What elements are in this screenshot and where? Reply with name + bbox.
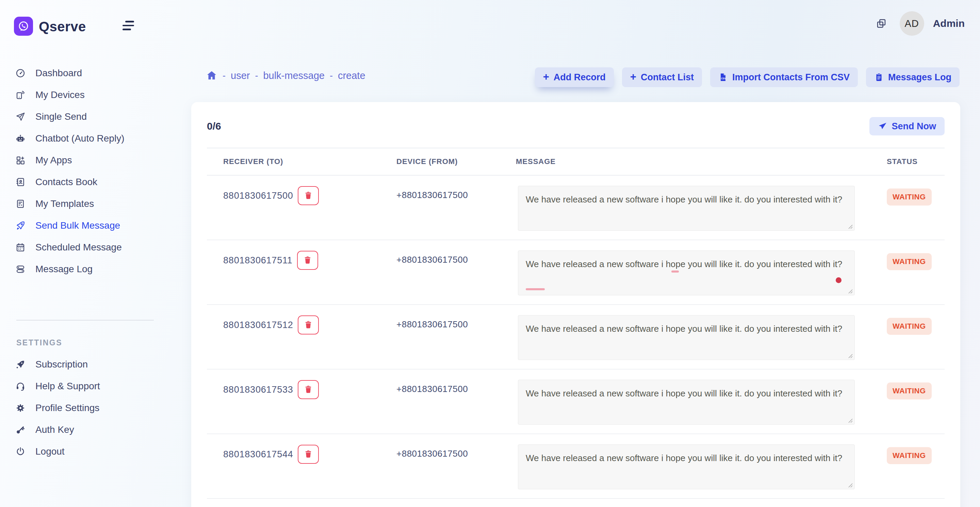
app-logo[interactable] xyxy=(14,17,33,36)
sidebar-item-send-bulk-message[interactable]: Send Bulk Message xyxy=(0,215,191,237)
status-cell: WAITING xyxy=(887,380,945,399)
button-label: Messages Log xyxy=(888,72,951,83)
sidebar-item-profile-settings[interactable]: Profile Settings xyxy=(0,397,191,419)
textarea-resize-handle[interactable] xyxy=(848,354,853,358)
window-toggle-button[interactable] xyxy=(876,18,887,29)
rocket-filled-icon xyxy=(15,359,26,370)
breadcrumb-separator: - xyxy=(255,70,258,81)
spellcheck-underline xyxy=(671,270,679,273)
message-cell: We have released a new software i hope y… xyxy=(516,250,887,296)
grammar-checker-dot xyxy=(836,277,842,283)
breadcrumb-item-user[interactable]: user xyxy=(231,70,250,81)
qserve-app: Qserve AD Admin Dashboard My De xyxy=(0,0,980,507)
sidebar-item-single-send[interactable]: Single Send xyxy=(0,106,191,127)
sidebar-item-chatbot[interactable]: Chatbot (Auto Reply) xyxy=(0,127,191,149)
delete-row-button[interactable] xyxy=(297,251,318,270)
sidebar-item-message-log[interactable]: Message Log xyxy=(0,258,191,280)
receiver-number: 8801830617511 xyxy=(223,255,293,266)
receiver-number: 8801830617544 xyxy=(223,449,293,460)
clipboard-icon xyxy=(874,73,884,82)
message-textarea[interactable]: We have released a new software i hope y… xyxy=(518,186,855,231)
sidebar-item-help-support[interactable]: Help & Support xyxy=(0,375,191,397)
contact-list-button[interactable]: + Contact List xyxy=(622,67,702,87)
sidebar-item-label: My Apps xyxy=(35,155,72,166)
breadcrumb-item-bulk-message[interactable]: bulk-message xyxy=(263,70,325,81)
message-textarea[interactable]: We have released a new software i hope y… xyxy=(518,444,855,489)
message-text: We have released a new software i hope y… xyxy=(526,194,842,205)
sidebar-item-label: Message Log xyxy=(35,264,92,275)
breadcrumb-item-create[interactable]: create xyxy=(338,70,366,81)
toggles-icon xyxy=(15,264,26,275)
device-number: +8801830617500 xyxy=(396,254,516,265)
textarea-resize-handle[interactable] xyxy=(848,483,853,488)
table-row: 8801830617512 +8801830617500 We have rel… xyxy=(207,305,945,370)
message-text: We have released a new software i hope y… xyxy=(526,324,842,334)
page-actions: + Add Record + Contact List CSV Import C… xyxy=(535,67,959,87)
key-icon xyxy=(15,424,26,435)
textarea-resize-handle[interactable] xyxy=(848,224,853,229)
message-textarea[interactable]: We have released a new software i hope y… xyxy=(518,315,855,360)
receiver-number: 8801830617533 xyxy=(223,385,293,395)
document-icon xyxy=(15,199,26,209)
divider xyxy=(16,320,154,321)
overlapping-squares-icon xyxy=(876,18,887,29)
textarea-resize-handle[interactable] xyxy=(848,289,853,294)
add-record-button[interactable]: + Add Record xyxy=(535,67,614,87)
sidebar-item-dashboard[interactable]: Dashboard xyxy=(0,62,191,84)
messages-log-button[interactable]: Messages Log xyxy=(866,67,959,87)
sidebar-item-scheduled-message[interactable]: Scheduled Message xyxy=(0,237,191,258)
delete-row-button[interactable] xyxy=(298,315,319,334)
sidebar-item-label: Logout xyxy=(35,446,65,457)
button-label: Add Record xyxy=(554,72,606,83)
column-device: DEVICE (FROM) xyxy=(396,157,516,166)
import-contacts-csv-button[interactable]: CSV Import Contacts From CSV xyxy=(710,67,858,87)
device-number: +8801830617500 xyxy=(396,448,516,459)
brand-name: Qserve xyxy=(39,19,86,34)
sidebar-item-label: Dashboard xyxy=(35,68,82,79)
sidebar-item-my-templates[interactable]: My Templates xyxy=(0,193,191,215)
sidebar-item-logout[interactable]: Logout xyxy=(0,441,191,462)
button-label: Import Contacts From CSV xyxy=(732,72,850,83)
status-badge: WAITING xyxy=(887,447,932,464)
sidebar-item-label: Auth Key xyxy=(35,424,74,435)
home-icon[interactable] xyxy=(206,70,218,81)
sidebar-toggle-button[interactable] xyxy=(123,21,134,30)
sidebar-item-contacts-book[interactable]: Contacts Book xyxy=(0,171,191,193)
sidebar-item-label: Scheduled Message xyxy=(35,242,122,253)
receiver-number: 8801830617512 xyxy=(223,320,293,331)
sidebar-item-label: Contacts Book xyxy=(35,176,97,188)
message-cell: We have released a new software i hope y… xyxy=(516,315,887,360)
device-cell: +8801830617500 xyxy=(396,186,516,200)
calendar-icon xyxy=(15,242,26,253)
bulk-message-card: 0/6 Send Now RECEIVER (TO) DEVICE (FROM)… xyxy=(191,102,960,507)
status-cell: WAITING xyxy=(887,315,945,335)
delete-row-button[interactable] xyxy=(298,186,319,205)
sidebar-item-my-apps[interactable]: My Apps xyxy=(0,149,191,171)
send-now-button[interactable]: Send Now xyxy=(869,117,945,135)
column-status: STATUS xyxy=(887,157,945,166)
plus-icon: + xyxy=(543,71,549,83)
avatar[interactable]: AD xyxy=(900,11,924,36)
sidebar-item-my-devices[interactable]: My Devices xyxy=(0,84,191,106)
delete-row-button[interactable] xyxy=(298,445,319,464)
device-cell: +8801830617500 xyxy=(396,250,516,265)
device-number: +8801830617500 xyxy=(396,384,516,394)
message-cell: We have released a new software i hope y… xyxy=(516,444,887,489)
trash-icon xyxy=(304,191,313,200)
sidebar-item-auth-key[interactable]: Auth Key xyxy=(0,419,191,441)
user-name[interactable]: Admin xyxy=(933,18,965,29)
message-textarea[interactable]: We have released a new software i hope y… xyxy=(518,380,855,424)
sidebar-item-label: Chatbot (Auto Reply) xyxy=(35,133,124,144)
column-message: MESSAGE xyxy=(516,157,887,166)
textarea-resize-handle[interactable] xyxy=(848,418,853,423)
receiver-number: 8801830617500 xyxy=(223,191,293,201)
receiver-cell: 8801830617544 xyxy=(223,444,396,464)
button-label: Send Now xyxy=(891,121,936,132)
sidebar-item-label: Help & Support xyxy=(35,381,100,392)
trash-icon xyxy=(304,321,313,329)
sidebar-item-subscription[interactable]: Subscription xyxy=(0,354,191,375)
message-textarea[interactable]: We have released a new software i hope y… xyxy=(518,250,855,296)
receiver-cell: 8801830617511 xyxy=(223,250,396,270)
delete-row-button[interactable] xyxy=(298,380,319,399)
trash-icon xyxy=(303,256,312,265)
